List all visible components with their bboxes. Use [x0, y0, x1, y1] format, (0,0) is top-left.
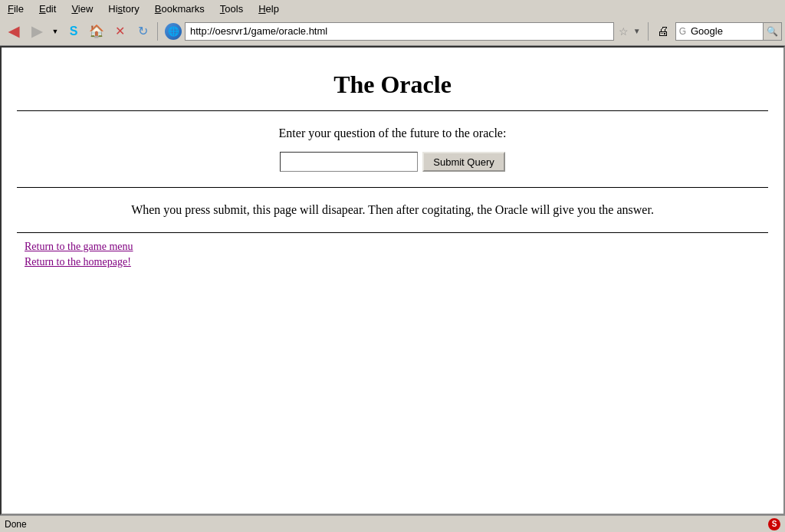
nav-bar: 🌐 ☆ ▼ — [165, 22, 641, 41]
search-input[interactable] — [686, 23, 763, 40]
menu-file[interactable]: File — [3, 2, 28, 16]
reload-button[interactable]: ↻ — [132, 21, 153, 42]
forward-button[interactable]: ▶ — [26, 21, 48, 42]
browser-window: The Oracle Enter your question of the fu… — [0, 46, 785, 515]
menu-edit[interactable]: Edit — [34, 2, 61, 16]
dropdown-history-button[interactable]: ▼ — [49, 21, 61, 42]
url-input[interactable] — [185, 22, 614, 41]
homepage-link[interactable]: Return to the homepage! — [25, 256, 760, 268]
oracle-form: Enter your question of the future to the… — [17, 111, 768, 187]
page-title: The Oracle — [17, 55, 768, 110]
status-bar: Done S — [0, 515, 785, 532]
menu-bookmarks[interactable]: Bookmarks — [150, 2, 209, 16]
search-engine-icon: G — [676, 26, 686, 37]
back-button[interactable]: ◀ — [3, 21, 25, 42]
forward-icon: ▶ — [31, 23, 42, 40]
search-button[interactable]: 🔍 — [763, 23, 781, 40]
form-label: Enter your question of the future to the… — [17, 126, 768, 140]
home-icon: 🏠 — [89, 24, 104, 38]
back-icon: ◀ — [8, 23, 19, 40]
skype-button[interactable]: S — [63, 21, 84, 42]
page-content: The Oracle Enter your question of the fu… — [2, 48, 783, 287]
info-text: When you press submit, this page will di… — [17, 188, 768, 232]
toolbar-separator — [157, 22, 158, 41]
links-section: Return to the game menu Return to the ho… — [17, 233, 768, 279]
submit-query-button[interactable]: Submit Query — [422, 152, 504, 172]
status-icon: S — [768, 518, 780, 530]
bookmark-star-icon[interactable]: ☆ — [617, 24, 630, 39]
browser-icon: 🌐 — [165, 23, 182, 40]
url-dropdown-icon[interactable]: ▼ — [633, 27, 641, 35]
stop-icon: ✕ — [115, 24, 125, 38]
menu-history[interactable]: History — [103, 2, 143, 16]
form-row: Submit Query — [17, 152, 768, 172]
status-text: Done — [5, 519, 768, 530]
toolbar: ◀ ▶ ▼ S 🏠 ✕ ↻ 🌐 ☆ ▼ 🖨 G 🔍 — [0, 17, 785, 46]
print-button[interactable]: 🖨 — [652, 21, 674, 42]
stop-button[interactable]: ✕ — [109, 21, 130, 42]
game-menu-link[interactable]: Return to the game menu — [25, 241, 760, 253]
home-button[interactable]: 🏠 — [86, 21, 107, 42]
toolbar-separator-2 — [648, 22, 649, 41]
menu-bar: File Edit View History Bookmarks Tools H… — [0, 0, 785, 17]
search-area: G 🔍 — [675, 22, 782, 41]
query-input[interactable] — [280, 152, 418, 172]
reload-icon: ↻ — [138, 24, 148, 38]
menu-view[interactable]: View — [67, 2, 97, 16]
menu-help[interactable]: Help — [254, 2, 284, 16]
menu-tools[interactable]: Tools — [215, 2, 248, 16]
